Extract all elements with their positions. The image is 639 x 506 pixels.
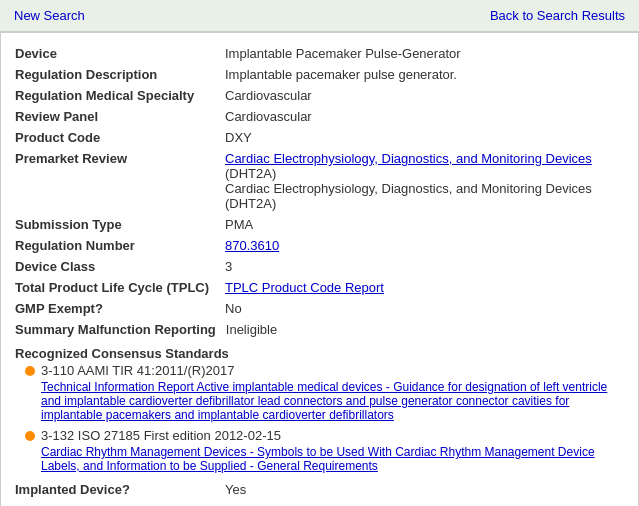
consensus-link[interactable]: Cardiac Rhythm Management Devices - Symb… (41, 445, 624, 473)
bullet-icon (25, 366, 35, 376)
field-row: Total Product Life Cycle (TPLC)TPLC Prod… (15, 277, 624, 298)
field-value: Implantable pacemaker pulse generator. (225, 67, 624, 82)
field-value: Cardiovascular (225, 88, 624, 103)
field-link[interactable]: TPLC Product Code Report (225, 280, 384, 295)
back-link[interactable]: Back to Search Results (490, 8, 625, 23)
consensus-list: 3-110 AAMI TIR 41:2011/(R)2017Technical … (25, 363, 624, 473)
field-label: Product Code (15, 130, 225, 145)
field-label: Total Product Life Cycle (TPLC) (15, 280, 225, 295)
bullet-icon (25, 431, 35, 441)
field-label: Regulation Medical Specialty (15, 88, 225, 103)
top-bar: New Search Back to Search Results (0, 0, 639, 32)
field-value: Implantable Pacemaker Pulse-Generator (225, 46, 624, 61)
field-value: PMA (225, 217, 624, 232)
field-row: Regulation DescriptionImplantable pacema… (15, 64, 624, 85)
field-label: Review Panel (15, 109, 225, 124)
field-row: Summary Malfunction ReportingIneligible (15, 319, 624, 340)
field-label: Device (15, 46, 225, 61)
field-value: DXY (225, 130, 624, 145)
field-label: Premarket Review (15, 151, 225, 166)
field-label: Device Class (15, 259, 225, 274)
consensus-link[interactable]: Technical Information Report Active impl… (41, 380, 624, 422)
consensus-title: 3-110 AAMI TIR 41:2011/(R)2017 (41, 363, 624, 378)
field-value: No (225, 301, 624, 316)
field-value: Yes (225, 482, 624, 497)
field-label: Regulation Description (15, 67, 225, 82)
field-label: Summary Malfunction Reporting (15, 322, 226, 337)
content-area: DeviceImplantable Pacemaker Pulse-Genera… (0, 32, 639, 506)
field-label: Implanted Device? (15, 482, 225, 497)
field-row: Life-Sustain/Support Device?No (15, 500, 624, 506)
consensus-section: Recognized Consensus Standards 3-110 AAM… (15, 346, 624, 473)
field-row: Premarket ReviewCardiac Electrophysiolog… (15, 148, 624, 214)
new-search-link[interactable]: New Search (14, 8, 85, 23)
field-row: Implanted Device?Yes (15, 479, 624, 500)
field-row: Review PanelCardiovascular (15, 106, 624, 127)
consensus-title: 3-132 ISO 27185 First edition 2012-02-15 (41, 428, 624, 443)
field-row: Product CodeDXY (15, 127, 624, 148)
consensus-header: Recognized Consensus Standards (15, 346, 624, 361)
field-value: Ineligible (226, 322, 624, 337)
field-link[interactable]: 870.3610 (225, 238, 279, 253)
field-value: 870.3610 (225, 238, 624, 253)
field-value: Cardiac Electrophysiology, Diagnostics, … (225, 151, 624, 211)
field-row: Submission TypePMA (15, 214, 624, 235)
field-value: TPLC Product Code Report (225, 280, 624, 295)
field-row: DeviceImplantable Pacemaker Pulse-Genera… (15, 43, 624, 64)
field-label: Regulation Number (15, 238, 225, 253)
field-label: GMP Exempt? (15, 301, 225, 316)
field-row: Device Class3 (15, 256, 624, 277)
consensus-item: 3-110 AAMI TIR 41:2011/(R)2017Technical … (25, 363, 624, 422)
field-row: GMP Exempt?No (15, 298, 624, 319)
consensus-item: 3-132 ISO 27185 First edition 2012-02-15… (25, 428, 624, 473)
field-value: 3 (225, 259, 624, 274)
field-row: Regulation Medical SpecialtyCardiovascul… (15, 85, 624, 106)
field-row: Regulation Number870.3610 (15, 235, 624, 256)
field-value: Cardiovascular (225, 109, 624, 124)
field-label: Submission Type (15, 217, 225, 232)
